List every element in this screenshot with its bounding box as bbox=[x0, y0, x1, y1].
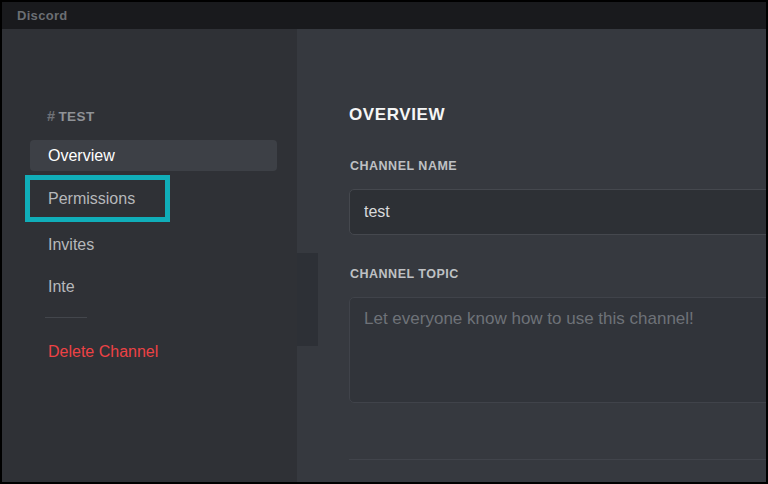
sidebar-item-overview[interactable]: Overview bbox=[48, 144, 115, 168]
section-divider bbox=[349, 459, 768, 460]
sidebar-item-permissions[interactable]: Permissions bbox=[48, 187, 135, 211]
settings-sidebar: #TEST Overview Permissions Invites Inte … bbox=[2, 29, 297, 482]
render-artifact bbox=[297, 253, 318, 346]
channel-name-input[interactable] bbox=[349, 189, 768, 235]
sidebar-item-invites[interactable]: Invites bbox=[48, 233, 94, 257]
window-titlebar: Discord bbox=[2, 2, 766, 29]
sidebar-divider bbox=[45, 317, 87, 318]
overview-settings-pane: OVERVIEW CHANNEL NAME CHANNEL TOPIC bbox=[297, 29, 766, 482]
page-title: OVERVIEW bbox=[349, 105, 445, 125]
channel-header-name: TEST bbox=[58, 109, 94, 124]
window-title: Discord bbox=[17, 8, 68, 23]
discord-settings-window: Discord #TEST Overview Permissions Invit… bbox=[0, 0, 768, 484]
hash-icon: # bbox=[47, 108, 55, 124]
channel-header: #TEST bbox=[47, 108, 95, 124]
sidebar-item-integrations-partial[interactable]: Inte bbox=[48, 275, 75, 299]
channel-name-label: CHANNEL NAME bbox=[350, 159, 457, 173]
delete-channel-button[interactable]: Delete Channel bbox=[48, 340, 158, 364]
channel-topic-textarea[interactable] bbox=[349, 297, 768, 403]
channel-topic-label: CHANNEL TOPIC bbox=[350, 267, 459, 281]
